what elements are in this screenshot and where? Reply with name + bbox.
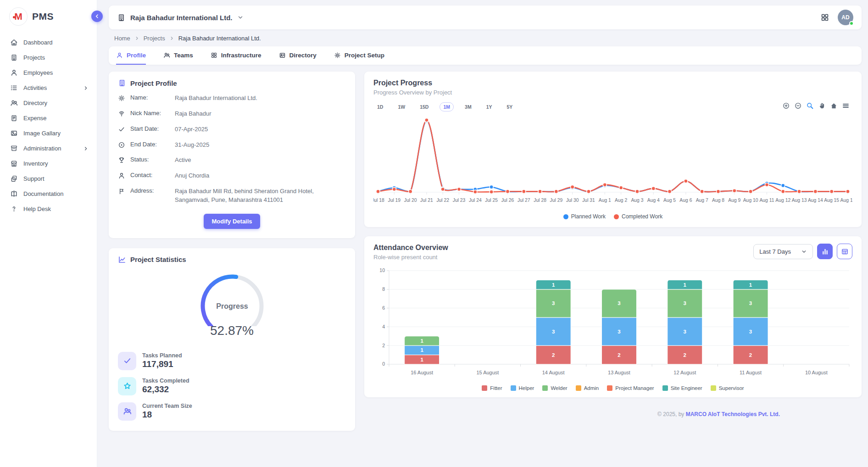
svg-text:3: 3 (552, 300, 555, 306)
image-icon (10, 129, 18, 137)
legend-label: Admin (584, 385, 599, 391)
legend-admin[interactable]: Admin (576, 385, 599, 391)
sidebar-item-label: Inventory (23, 160, 89, 167)
svg-text:2: 2 (552, 352, 555, 358)
range-button-15d[interactable]: 15D (416, 102, 432, 111)
svg-text:3: 3 (618, 329, 620, 334)
attendance-range-value: Last 7 Days (759, 248, 791, 255)
range-button-1d[interactable]: 1D (373, 102, 387, 111)
sidebar-item-dashboard[interactable]: Dashboard (0, 35, 97, 50)
legend-welder[interactable]: Welder (542, 385, 567, 391)
profile-field-address: Address:Raja Bahadur Mill Rd, behind She… (118, 187, 346, 205)
circle-minus-icon[interactable] (794, 102, 802, 110)
menu-icon[interactable] (842, 102, 850, 110)
sidebar-collapse-button[interactable] (91, 11, 103, 22)
svg-text:14 August: 14 August (542, 370, 565, 375)
store-icon (10, 160, 18, 167)
stat-tasks-planned: Tasks Planned117,891 (118, 352, 346, 370)
legend-fitter[interactable]: Fitter (482, 385, 502, 391)
svg-text:1: 1 (420, 357, 423, 362)
user-avatar[interactable]: AD (838, 10, 853, 25)
legend-helper[interactable]: Helper (511, 385, 534, 391)
legend-planned-work[interactable]: Planned Work (563, 213, 606, 220)
range-button-1m[interactable]: 1M (440, 102, 454, 111)
list-icon (10, 84, 18, 92)
company-selector[interactable]: Raja Bahadur International Ltd. (117, 13, 244, 22)
sidebar-item-support[interactable]: Support (0, 171, 97, 186)
svg-text:Jul 31: Jul 31 (582, 198, 595, 203)
svg-text:1: 1 (552, 282, 555, 288)
range-button-5y[interactable]: 5Y (503, 102, 516, 111)
svg-text:Aug 9: Aug 9 (728, 198, 740, 203)
field-label: Name: (130, 94, 170, 101)
sidebar-item-directory[interactable]: Directory (0, 95, 97, 111)
range-button-1y[interactable]: 1Y (483, 102, 496, 111)
breadcrumb-projects[interactable]: Projects (144, 35, 165, 42)
attendance-range-select[interactable]: Last 7 Days (753, 244, 813, 259)
legend-site-engineer[interactable]: Site Engineer (662, 385, 702, 391)
company-link[interactable]: MARCO AIoT Technologies Pvt. Ltd. (686, 411, 780, 417)
svg-text:Aug 10: Aug 10 (743, 198, 758, 203)
svg-text:0: 0 (382, 361, 385, 367)
line-chart-legend: Planned WorkCompleted Work (373, 213, 852, 220)
sidebar: M PMS DashboardProjectsEmployeesActiviti… (0, 0, 97, 467)
chevron-right-icon (83, 85, 89, 91)
svg-text:Jul 19: Jul 19 (388, 198, 401, 203)
apps-grid-icon[interactable] (820, 13, 829, 22)
sidebar-item-inventory[interactable]: Inventory (0, 156, 97, 171)
legend-marker (563, 214, 568, 219)
main-area: Raja Bahadur International Ltd. AD HomeP… (97, 0, 868, 467)
field-value: Raja Bahadur Mill Rd, behind Sheraton Gr… (175, 187, 346, 205)
question-icon (10, 205, 18, 213)
sidebar-item-label: Dashboard (23, 39, 89, 46)
stat-value: 18 (142, 410, 192, 420)
svg-text:1: 1 (749, 282, 752, 288)
sidebar-item-administration[interactable]: Administration (0, 141, 97, 156)
sidebar-item-documentation[interactable]: Documentation (0, 186, 97, 201)
range-button-3m[interactable]: 3M (461, 102, 475, 111)
gear-icon (334, 52, 341, 59)
house-icon[interactable] (830, 102, 838, 110)
building-icon (118, 79, 126, 87)
sidebar-item-projects[interactable]: Projects (0, 50, 97, 65)
svg-text:13 August: 13 August (608, 370, 630, 375)
field-value: 07-Apr-2025 (175, 125, 346, 134)
modify-details-button[interactable]: Modify Details (204, 214, 260, 229)
svg-text:3: 3 (749, 329, 752, 334)
tab-teams[interactable]: Teams (163, 46, 193, 65)
field-value: 31-Aug-2025 (175, 141, 346, 150)
attendance-bar-chart[interactable]: 024681011123312332331233116 August15 Aug… (373, 267, 852, 384)
field-label: Start Date: (130, 125, 170, 132)
tab-project-setup[interactable]: Project Setup (334, 46, 384, 65)
sidebar-item-help-desk[interactable]: Help Desk (0, 201, 97, 217)
legend-project-manager[interactable]: Project Manager (607, 385, 654, 391)
legend-supervisor[interactable]: Supervisor (711, 385, 744, 391)
progress-gauge: Progress 52.87% (118, 268, 346, 338)
sidebar-item-activities[interactable]: Activities (0, 80, 97, 95)
magnifier-icon[interactable] (806, 102, 814, 110)
chevron-down-icon (801, 249, 807, 255)
sidebar-item-employees[interactable]: Employees (0, 65, 97, 80)
company-name: Raja Bahadur International Ltd. (130, 14, 233, 22)
range-button-1w[interactable]: 1W (394, 102, 409, 111)
person-icon (118, 172, 125, 179)
chart-view-button[interactable] (817, 244, 833, 259)
legend-marker (511, 385, 516, 391)
hand-icon[interactable] (818, 102, 826, 110)
app-title: PMS (32, 11, 54, 22)
circle-plus-icon[interactable] (782, 102, 790, 110)
table-view-button[interactable] (837, 244, 852, 259)
sidebar-item-image-gallary[interactable]: Image Gallary (0, 126, 97, 141)
sidebar-item-expense[interactable]: Expense (0, 111, 97, 126)
copyright-text: © 2025, by (657, 411, 686, 417)
progress-line-chart[interactable]: Jul 18Jul 19Jul 20Jul 21Jul 22Jul 23Jul … (373, 113, 852, 212)
tab-profile[interactable]: Profile (116, 46, 146, 65)
profile-field-status: Status:Active (118, 156, 346, 165)
field-label: Address: (130, 187, 170, 194)
legend-completed-work[interactable]: Completed Work (614, 213, 662, 220)
people-icon (10, 99, 18, 107)
breadcrumb-home[interactable]: Home (114, 35, 130, 42)
legend-label: Project Manager (615, 385, 654, 391)
tab-infrastructure[interactable]: Infrastructure (211, 46, 262, 65)
tab-directory[interactable]: Directory (279, 46, 317, 65)
